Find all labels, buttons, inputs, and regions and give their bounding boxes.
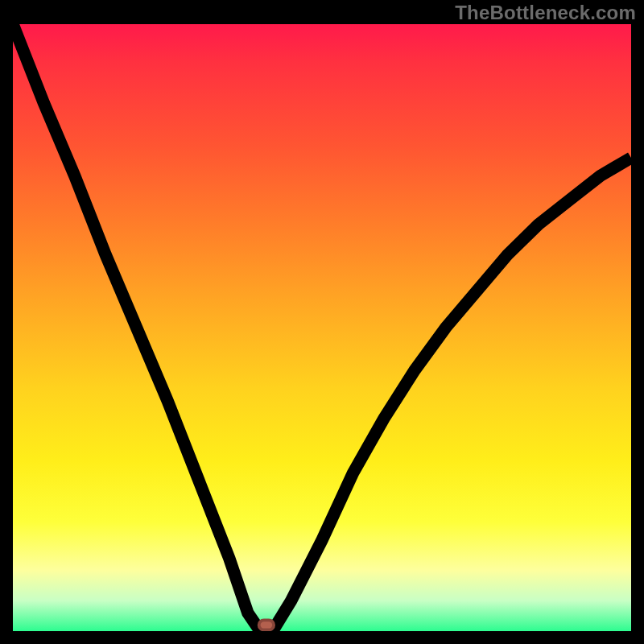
- watermark-text: TheBottleneck.com: [455, 2, 636, 24]
- minimum-marker: [259, 620, 274, 630]
- chart-svg: [13, 24, 631, 631]
- chart-frame: TheBottleneck.com: [0, 0, 644, 644]
- plot-area: [13, 24, 631, 631]
- bottleneck-curve: [13, 24, 631, 631]
